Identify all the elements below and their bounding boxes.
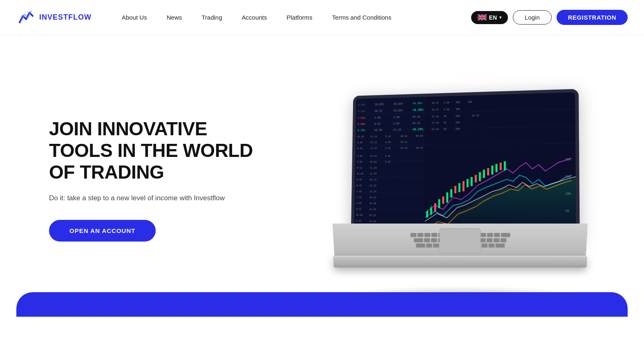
svg-rect-88 [504, 161, 506, 170]
svg-text:38: 38 [443, 128, 447, 130]
trading-chart-svg: 0.00% 10,825 10,824 +0.36% 0.00% 39,23 1… [354, 92, 576, 240]
svg-text:4.28: 4.28 [444, 101, 450, 104]
nav-about-us[interactable]: About Us [112, 0, 157, 35]
svg-text:10,824: 10,824 [393, 102, 403, 106]
svg-rect-81 [475, 175, 477, 182]
svg-text:34.19: 34.19 [400, 147, 408, 149]
svg-text:00.00: 00.00 [416, 134, 423, 137]
svg-text:34.26: 34.26 [374, 128, 382, 132]
svg-text:11.25: 11.25 [369, 184, 376, 187]
svg-text:11.24: 11.24 [369, 190, 376, 193]
svg-rect-76 [454, 186, 456, 193]
svg-text:10,824: 10,824 [393, 109, 403, 112]
svg-text:204: 204 [565, 175, 571, 179]
svg-text:0.00%: 0.00% [358, 103, 366, 106]
svg-text:20.43: 20.43 [416, 147, 423, 149]
svg-text:11.24: 11.24 [393, 128, 401, 132]
svg-text:1.04: 1.04 [393, 122, 400, 125]
svg-text:44.41: 44.41 [412, 115, 420, 119]
language-button[interactable]: EN ▾ [471, 11, 508, 24]
svg-text:50: 50 [565, 209, 569, 213]
svg-text:300: 300 [565, 158, 571, 161]
nav-terms[interactable]: Terms and Conditions [322, 0, 401, 35]
svg-text:34.26: 34.26 [369, 202, 376, 205]
svg-rect-86 [495, 164, 497, 172]
laptop-base [333, 256, 587, 268]
bottom-bar [16, 292, 628, 317]
svg-text:204: 204 [468, 101, 472, 103]
svg-rect-72 [438, 199, 440, 208]
svg-rect-82 [479, 172, 481, 181]
svg-text:204: 204 [456, 115, 460, 117]
login-button[interactable]: Login [513, 10, 552, 25]
svg-text:204: 204 [456, 121, 460, 123]
nav-right: EN ▾ Login REGISTRATION [471, 10, 628, 25]
svg-text:204: 204 [456, 128, 460, 130]
svg-rect-79 [467, 179, 469, 187]
svg-rect-84 [487, 168, 489, 175]
hero-subtitle: Do it: take a step to a new level of inc… [49, 193, 262, 204]
laptop-illustration: 0.00% 10,825 10,824 +0.36% 0.00% 39,23 1… [333, 92, 587, 268]
svg-text:+0.36%: +0.36% [412, 108, 424, 112]
svg-text:+0.36%: +0.36% [412, 102, 422, 105]
logo-link[interactable]: INVESTFLOW [16, 8, 92, 27]
svg-text:11.24: 11.24 [369, 220, 376, 222]
svg-text:43.12: 43.12 [369, 214, 376, 217]
svg-text:11.24: 11.24 [369, 208, 376, 210]
svg-rect-74 [446, 192, 448, 203]
nav-platforms[interactable]: Platforms [277, 0, 322, 35]
svg-rect-87 [500, 163, 502, 170]
svg-rect-85 [491, 166, 493, 174]
svg-text:57.44: 57.44 [432, 121, 439, 124]
svg-text:5.42: 5.42 [385, 147, 391, 149]
svg-text:1.05: 1.05 [356, 202, 362, 204]
svg-text:42.47: 42.47 [432, 108, 439, 111]
svg-text:7.42: 7.42 [356, 196, 362, 199]
svg-text:5.43: 5.43 [385, 135, 391, 137]
svg-text:5.44: 5.44 [385, 155, 391, 157]
svg-text:1.05: 1.05 [374, 116, 381, 119]
svg-text:5.44: 5.44 [385, 141, 391, 143]
svg-text:57.44: 57.44 [432, 128, 439, 130]
nav-accounts[interactable]: Accounts [232, 0, 277, 35]
hero-section: JOIN INNOVATIVE TOOLS IN THE WORLD OF TR… [0, 35, 644, 317]
svg-text:6.42: 6.42 [357, 184, 362, 187]
svg-rect-71 [434, 203, 436, 211]
svg-text:1.63%: 1.63% [358, 116, 365, 120]
svg-rect-73 [442, 197, 444, 204]
svg-text:0.52: 0.52 [356, 208, 362, 210]
svg-text:34.26: 34.26 [370, 161, 377, 163]
svg-text:41.03: 41.03 [356, 214, 363, 216]
svg-text:11.25: 11.25 [370, 147, 377, 150]
trackpad [439, 228, 481, 253]
svg-text:0.00%: 0.00% [358, 110, 365, 113]
nav-trading[interactable]: Trading [192, 0, 232, 35]
hero-image: 0.00% 10,825 10,824 +0.36% 0.00% 39,23 1… [317, 65, 603, 294]
flag-uk-icon [478, 14, 487, 20]
svg-text:0.80%: 0.80% [358, 123, 365, 126]
svg-text:300: 300 [456, 101, 460, 103]
svg-text:1.04: 1.04 [393, 116, 400, 119]
hero-content: JOIN INNOVATIVE TOOLS IN THE WORLD OF TR… [49, 118, 262, 241]
svg-rect-78 [463, 181, 465, 191]
svg-text:11.24: 11.24 [370, 167, 377, 169]
svg-text:6.42: 6.42 [357, 147, 362, 150]
nav-news[interactable]: News [157, 0, 192, 35]
chevron-down-icon: ▾ [499, 15, 501, 20]
navbar: INVESTFLOW About Us News Trading Account… [0, 0, 644, 35]
logo-text: INVESTFLOW [39, 13, 92, 22]
svg-text:39,23: 39,23 [374, 110, 382, 113]
svg-text:10,825: 10,825 [374, 103, 384, 106]
svg-text:49.22: 49.22 [400, 141, 407, 143]
svg-text:300: 300 [456, 108, 460, 110]
svg-rect-77 [458, 183, 461, 192]
svg-text:34.19: 34.19 [472, 114, 479, 117]
svg-text:7.42: 7.42 [357, 155, 362, 157]
svg-text:42.47: 42.47 [432, 101, 439, 104]
svg-text:44.41: 44.41 [412, 121, 420, 125]
svg-text:0.52: 0.52 [357, 167, 362, 169]
open-account-button[interactable]: OPEN AN ACCOUNT [49, 220, 156, 242]
svg-text:4.28: 4.28 [444, 108, 450, 110]
register-button[interactable]: REGISTRATION [557, 10, 628, 25]
svg-text:6.42: 6.42 [357, 141, 362, 144]
